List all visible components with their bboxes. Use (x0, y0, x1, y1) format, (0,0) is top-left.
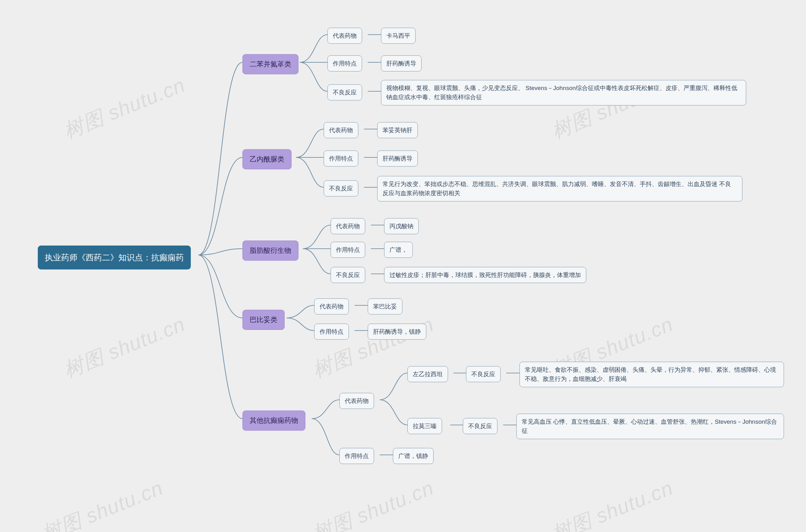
label-rep-drug: 代表药物 (339, 393, 374, 409)
root-node: 执业药师《西药二》知识点：抗癫痫药 (38, 246, 191, 269)
adverse-value: 过敏性皮疹；肝脏中毒，球结膜，致死性肝功能障碍，胰腺炎，体重增加 (384, 267, 586, 283)
rep-drug-value: 苯巴比妥 (368, 299, 402, 315)
label-adverse: 不良反应 (331, 267, 365, 283)
feature-value: 肝药酶诱导 (377, 150, 418, 167)
watermark: 树图 shutu.cn (59, 71, 189, 145)
label-rep-drug: 代表药物 (314, 299, 349, 315)
category-node: 巴比妥类 (242, 310, 285, 330)
feature-value: 广谱， (384, 242, 413, 258)
feature-value: 肝药酶诱导，镇静 (368, 324, 426, 340)
category-node: 乙内酰脲类 (242, 149, 292, 169)
label-feature: 作用特点 (339, 448, 374, 464)
label-adverse: 不良反应 (324, 180, 358, 196)
watermark: 树图 shutu.cn (59, 310, 189, 384)
adverse-value: 视物模糊、复视、眼球震颤、头痛，少见变态反应、 Stevens－Johnson综… (381, 80, 746, 106)
feature-value: 广谱，镇静 (393, 448, 433, 464)
drug-name: 拉莫三嗪 (407, 418, 442, 434)
rep-drug-value: 苯妥英钠肝 (377, 122, 418, 138)
watermark: 树图 shutu.cn (547, 474, 677, 532)
category-node: 其他抗癫痫药物 (242, 411, 305, 431)
label-rep-drug: 代表药物 (331, 218, 365, 234)
watermark: 树图 shutu.cn (37, 474, 167, 532)
drug-name: 左乙拉西坦 (407, 366, 448, 382)
rep-drug-value: 丙戊酸钠 (384, 218, 419, 234)
label-feature: 作用特点 (324, 150, 358, 167)
adverse-value: 常见呕吐、食欲不振、感染、虚弱困倦、头痛、头晕，行为异常、抑郁、紧张、情感障碍、… (520, 362, 784, 387)
watermark: 树图 shutu.cn (308, 474, 438, 532)
label-feature: 作用特点 (314, 324, 349, 340)
label-feature: 作用特点 (327, 55, 362, 72)
label-adverse: 不良反应 (466, 366, 501, 382)
label-rep-drug: 代表药物 (327, 28, 362, 44)
label-adverse: 不良反应 (327, 84, 362, 100)
feature-value: 肝药酶诱导 (381, 55, 421, 72)
category-node: 脂肪酸衍生物 (242, 241, 298, 261)
category-node: 二苯并氮䓬类 (242, 54, 298, 74)
label-rep-drug: 代表药物 (324, 122, 358, 138)
rep-drug-value: 卡马西平 (381, 28, 416, 44)
adverse-value: 常见高血压 心悸、直立性低血压、晕厥、心动过速、血管舒张、热潮红，Stevens… (516, 414, 784, 439)
label-feature: 作用特点 (331, 242, 365, 258)
label-adverse: 不良反应 (463, 418, 498, 434)
adverse-value: 常见行为改变、笨拙或步态不稳、思维混乱、共济失调、眼球震颤、肌力减弱、嗜睡、发音… (377, 176, 743, 202)
